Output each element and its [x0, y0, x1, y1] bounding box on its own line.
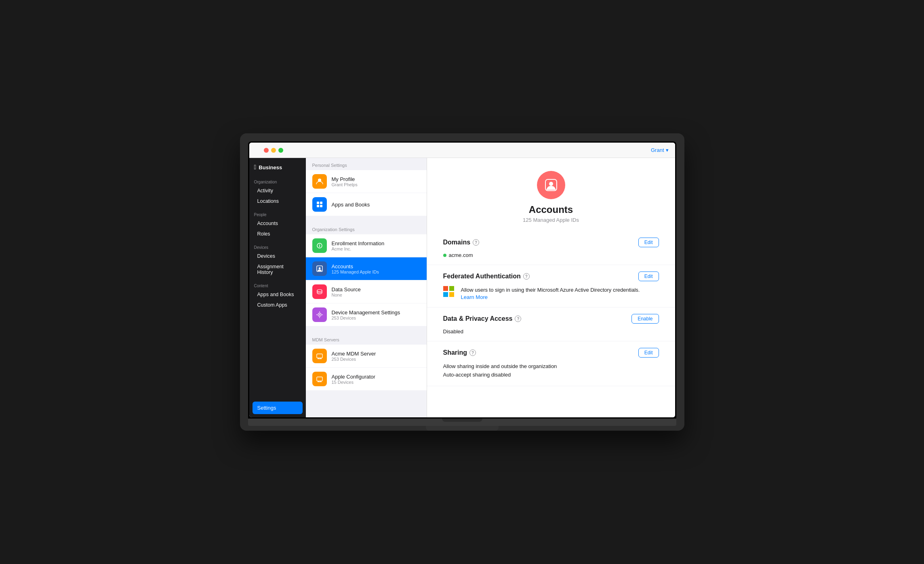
sharing-section: Sharing ? Edit Allow sharing inside and …	[427, 341, 675, 386]
federated-auth-info-icon[interactable]: ?	[523, 273, 530, 280]
sidebar-item-custom-apps[interactable]: Custom Apps	[254, 300, 301, 310]
data-source-text: Data Source None	[332, 286, 420, 297]
sidebar-section-label-org: Organization	[254, 180, 301, 184]
apple-config-text: Apple Configurator 15 Devices	[332, 374, 420, 385]
my-profile-icon	[312, 174, 327, 189]
svg-rect-3	[317, 205, 319, 207]
org-settings-group: Organization Settings i Enrollment Infor…	[306, 222, 427, 326]
sidebar-item-apps-and-books[interactable]: Apps and Books	[254, 290, 301, 299]
sharing-line-2: Auto-accept sharing disabled	[443, 371, 659, 379]
my-profile-subtitle: Grant Phelps	[332, 182, 420, 187]
accounts-main-subtitle: 125 Managed Apple IDs	[523, 217, 579, 223]
svg-rect-4	[320, 205, 322, 207]
minimize-button[interactable]	[271, 148, 276, 153]
user-name: Grant	[651, 147, 664, 153]
accounts-subtitle: 125 Managed Apple IDs	[332, 269, 420, 274]
ms-yellow-square	[449, 292, 454, 297]
data-privacy-title: Data & Privacy Access	[443, 315, 513, 322]
data-privacy-enable-button[interactable]: Enable	[631, 314, 659, 324]
domains-edit-button[interactable]: Edit	[638, 238, 659, 247]
domain-name: acme.com	[449, 252, 473, 258]
domains-section: Domains ? Edit acme.com	[427, 231, 675, 265]
svg-text:i: i	[319, 243, 320, 248]
domains-title: Domains	[443, 239, 471, 246]
svg-point-25	[549, 182, 553, 186]
panel-item-accounts[interactable]: Accounts 125 Managed Apple IDs	[306, 257, 427, 280]
data-source-icon	[312, 284, 327, 299]
sidebar-item-devices[interactable]: Devices	[254, 251, 301, 261]
sidebar-item-accounts[interactable]: Accounts	[254, 219, 301, 228]
data-source-title: Data Source	[332, 286, 420, 293]
panel-item-device-mgmt[interactable]: Device Management Settings 253 Devices	[306, 303, 427, 326]
sidebar-item-activity[interactable]: Activity	[254, 186, 301, 196]
panel-item-enrollment[interactable]: i Enrollment Information Acme Inc.	[306, 234, 427, 257]
domains-info-icon[interactable]: ?	[473, 239, 479, 246]
federated-auth-desc: Allow users to sign in using their Micro…	[443, 286, 659, 301]
microsoft-logo	[443, 286, 455, 297]
enrollment-subtitle: Acme Inc.	[332, 246, 420, 251]
sidebar-section-label-devices: Devices	[254, 245, 301, 250]
sidebar-item-assignment-history[interactable]: Assignment History	[254, 262, 301, 277]
my-profile-title: My Profile	[332, 176, 420, 182]
apps-books-title: Apps and Books	[332, 202, 420, 208]
svg-rect-1	[317, 202, 319, 204]
ms-green-square	[449, 286, 454, 291]
svg-rect-16	[317, 354, 322, 358]
federated-auth-edit-button[interactable]: Edit	[638, 271, 659, 281]
enrollment-text: Enrollment Information Acme Inc.	[332, 240, 420, 251]
sharing-title-row: Sharing ?	[443, 349, 476, 356]
panel-item-apps-books[interactable]: Apps and Books	[306, 193, 427, 216]
sharing-edit-button[interactable]: Edit	[638, 348, 659, 358]
domains-title-row: Domains ?	[443, 239, 480, 246]
panel-item-my-profile[interactable]: My Profile Grant Phelps	[306, 170, 427, 193]
main-content: Accounts 125 Managed Apple IDs Domains ?…	[427, 158, 675, 417]
data-privacy-header: Data & Privacy Access ? Enable	[443, 314, 659, 324]
accounts-main-title: Accounts	[529, 204, 573, 215]
sharing-info-icon[interactable]: ?	[469, 349, 476, 356]
mdm-servers-group: MDM Servers Acm	[306, 333, 427, 390]
sidebar-item-locations[interactable]: Locations	[254, 196, 301, 206]
sidebar-footer: Settings	[249, 398, 306, 417]
device-mgmt-text: Device Management Settings 253 Devices	[332, 309, 420, 320]
device-mgmt-icon	[312, 307, 327, 322]
window-controls[interactable]	[264, 148, 283, 153]
federated-auth-text-block: Allow users to sign in using their Micro…	[461, 286, 640, 301]
data-source-subtitle: None	[332, 293, 420, 297]
accounts-icon	[312, 261, 327, 276]
ms-red-square	[443, 286, 448, 291]
sidebar-section-organization: Organization Activity Locations	[249, 176, 306, 208]
svg-rect-2	[320, 202, 322, 204]
title-bar: Grant ▾	[249, 143, 675, 158]
apple-config-subtitle: 15 Devices	[332, 380, 420, 385]
accounts-hero: Accounts 125 Managed Apple IDs	[427, 158, 675, 231]
sidebar:  Business Organization Activity Locatio…	[249, 158, 306, 417]
sharing-description: Allow sharing inside and outside the org…	[443, 362, 659, 379]
maximize-button[interactable]	[278, 148, 283, 153]
middle-panel: Personal Settings My Profile Grant Ph	[306, 158, 427, 417]
data-privacy-info-icon[interactable]: ?	[515, 316, 521, 322]
federated-auth-learn-more[interactable]: Learn More	[461, 294, 488, 300]
close-button[interactable]	[264, 148, 269, 153]
settings-button[interactable]: Settings	[253, 402, 303, 414]
user-menu[interactable]: Grant ▾	[651, 147, 669, 153]
acme-mdm-subtitle: 253 Devices	[332, 357, 420, 362]
sidebar-item-roles[interactable]: Roles	[254, 229, 301, 239]
device-mgmt-subtitle: 253 Devices	[332, 316, 420, 320]
enrollment-icon: i	[312, 238, 327, 253]
sharing-line-1: Allow sharing inside and outside the org…	[443, 362, 659, 371]
panel-item-data-source[interactable]: Data Source None	[306, 280, 427, 303]
federated-auth-title-row: Federated Authentication ?	[443, 273, 530, 280]
domain-status-dot	[443, 254, 446, 257]
sidebar-section-people: People Accounts Roles	[249, 208, 306, 241]
federated-auth-header: Federated Authentication ? Edit	[443, 271, 659, 281]
panel-item-apple-config[interactable]: Apple Configurator 15 Devices	[306, 368, 427, 390]
acme-mdm-text: Acme MDM Server 253 Devices	[332, 351, 420, 362]
data-privacy-title-row: Data & Privacy Access ?	[443, 315, 522, 322]
acme-mdm-title: Acme MDM Server	[332, 351, 420, 357]
federated-auth-section: Federated Authentication ? Edit	[427, 265, 675, 307]
personal-settings-header: Personal Settings	[306, 158, 427, 170]
ms-blue-square	[443, 292, 448, 297]
apple-config-icon	[312, 372, 327, 386]
sidebar-section-label-people: People	[254, 213, 301, 217]
panel-item-acme-mdm[interactable]: Acme MDM Server 253 Devices	[306, 345, 427, 367]
